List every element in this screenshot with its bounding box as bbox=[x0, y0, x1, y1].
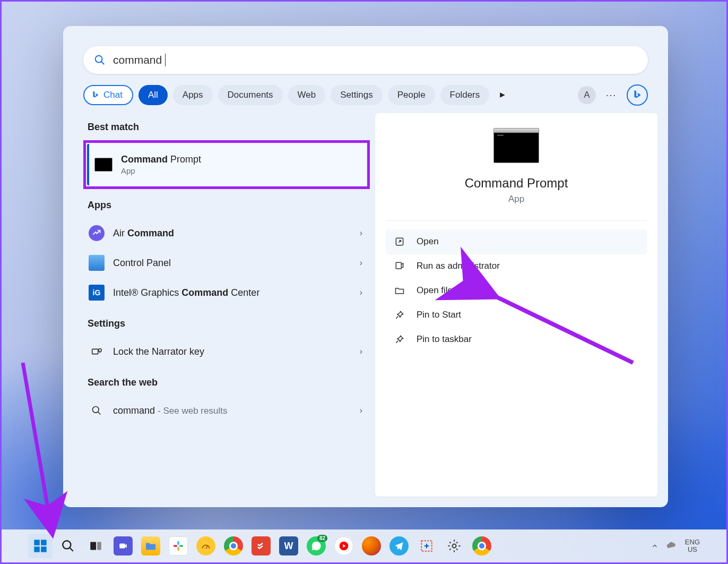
filter-people[interactable]: People bbox=[388, 85, 435, 105]
folder-icon bbox=[145, 541, 157, 551]
taskbar-chat[interactable] bbox=[111, 534, 135, 558]
svg-rect-9 bbox=[41, 540, 47, 545]
taskbar-youtube[interactable] bbox=[332, 534, 356, 558]
filter-apps[interactable]: Apps bbox=[173, 85, 213, 105]
svg-rect-7 bbox=[396, 262, 401, 269]
taskbar-chrome[interactable] bbox=[221, 534, 246, 558]
pin-icon bbox=[394, 310, 407, 320]
taskbar-slack[interactable] bbox=[166, 534, 190, 558]
search-query-text: command bbox=[113, 54, 162, 66]
taskbar-search[interactable] bbox=[56, 534, 80, 558]
preview-subtitle: App bbox=[386, 194, 647, 204]
svg-line-13 bbox=[70, 548, 73, 551]
svg-line-21 bbox=[206, 546, 207, 549]
filter-documents[interactable]: Documents bbox=[218, 85, 283, 105]
filter-row: Chat All Apps Documents Web Settings Peo… bbox=[63, 83, 668, 107]
narrator-icon bbox=[89, 344, 105, 360]
section-settings: Settings bbox=[88, 318, 370, 329]
taskbar-telegram[interactable] bbox=[387, 534, 411, 558]
result-command-prompt[interactable]: Command Prompt App bbox=[87, 144, 366, 185]
gear-icon bbox=[447, 539, 462, 553]
action-pin-start[interactable]: Pin to Start bbox=[386, 303, 647, 327]
svg-point-4 bbox=[93, 407, 99, 413]
folder-icon bbox=[394, 285, 407, 296]
snip-icon bbox=[420, 539, 434, 553]
filter-web[interactable]: Web bbox=[288, 85, 326, 105]
gauge-icon bbox=[201, 541, 211, 551]
filter-all[interactable]: All bbox=[138, 85, 168, 105]
taskbar-word[interactable]: W bbox=[276, 534, 301, 558]
svg-line-5 bbox=[98, 412, 101, 415]
start-search-panel: command Chat All Apps Documents Web Sett… bbox=[63, 26, 668, 507]
result-title: Lock the Narrator key bbox=[113, 346, 360, 357]
bing-icon bbox=[631, 89, 643, 101]
svg-rect-15 bbox=[97, 542, 101, 550]
task-view[interactable] bbox=[83, 534, 108, 558]
divider bbox=[386, 220, 647, 221]
action-open[interactable]: Open bbox=[386, 229, 647, 254]
preview-title: Command Prompt bbox=[386, 176, 647, 191]
annotation-highlight: Command Prompt App bbox=[83, 140, 370, 189]
preview-pane: Command Prompt App Open Run as administr… bbox=[375, 113, 657, 497]
shield-icon bbox=[394, 261, 407, 271]
result-web-search[interactable]: command - See web results › bbox=[83, 396, 370, 425]
onedrive-icon[interactable] bbox=[666, 540, 678, 552]
bing-chat-button[interactable] bbox=[627, 84, 648, 106]
result-title: Command Prompt bbox=[121, 154, 359, 165]
action-run-admin[interactable]: Run as administrator bbox=[386, 254, 647, 278]
taskbar-settings[interactable] bbox=[442, 534, 466, 558]
taskbar-todoist[interactable] bbox=[249, 534, 273, 558]
language-indicator[interactable]: ENGUS bbox=[685, 539, 700, 553]
svg-line-1 bbox=[101, 62, 105, 65]
result-title: Control Panel bbox=[113, 258, 360, 269]
intel-icon: iG bbox=[89, 285, 105, 301]
more-options[interactable]: ⋯ bbox=[605, 89, 617, 101]
control-panel-icon bbox=[89, 255, 105, 271]
open-icon bbox=[394, 236, 407, 247]
svg-rect-20 bbox=[174, 545, 177, 547]
taskbar-whatsapp[interactable]: 82 bbox=[304, 534, 328, 558]
user-avatar[interactable]: A bbox=[578, 86, 596, 104]
bing-icon bbox=[91, 90, 100, 100]
svg-rect-17 bbox=[177, 541, 179, 545]
chevron-up-icon[interactable] bbox=[651, 542, 658, 550]
result-subtitle: App bbox=[121, 166, 359, 175]
result-title: command - See web results bbox=[113, 405, 360, 416]
search-icon bbox=[89, 403, 105, 418]
filter-chat[interactable]: Chat bbox=[83, 85, 133, 105]
chevron-right-icon: › bbox=[360, 406, 362, 415]
taskview-icon bbox=[89, 539, 102, 553]
taskbar-firefox[interactable] bbox=[359, 534, 384, 558]
chevron-right-icon: › bbox=[360, 347, 362, 356]
text-cursor bbox=[165, 54, 166, 66]
camera-icon bbox=[118, 541, 128, 551]
filter-scroll-right[interactable] bbox=[495, 92, 510, 98]
search-box[interactable]: command bbox=[83, 46, 648, 74]
taskbar-explorer[interactable] bbox=[138, 534, 163, 558]
taskbar-app-1[interactable] bbox=[194, 534, 218, 558]
result-air-command[interactable]: Air Command › bbox=[83, 218, 370, 248]
play-icon bbox=[499, 92, 506, 98]
action-pin-taskbar[interactable]: Pin to taskbar bbox=[386, 327, 647, 352]
filter-settings[interactable]: Settings bbox=[331, 85, 382, 105]
chevron-right-icon: › bbox=[360, 258, 362, 268]
start-button[interactable] bbox=[28, 534, 53, 558]
result-lock-narrator[interactable]: Lock the Narrator key › bbox=[83, 337, 370, 366]
chevron-right-icon: › bbox=[360, 288, 362, 297]
telegram-icon bbox=[394, 541, 404, 551]
result-control-panel[interactable]: Control Panel › bbox=[83, 248, 370, 278]
svg-rect-10 bbox=[34, 546, 40, 552]
svg-rect-19 bbox=[177, 547, 179, 551]
whatsapp-icon bbox=[311, 541, 322, 551]
search-icon bbox=[94, 54, 106, 66]
filter-folders[interactable]: Folders bbox=[440, 85, 490, 105]
taskbar-snip[interactable] bbox=[414, 534, 439, 558]
action-open-location[interactable]: Open file location bbox=[386, 278, 647, 303]
results-column: Best match Command Prompt App Apps Air C… bbox=[83, 113, 370, 497]
taskbar-chrome-2[interactable] bbox=[470, 534, 494, 558]
section-best-match: Best match bbox=[88, 122, 370, 133]
result-intel-graphics[interactable]: iG Intel® Graphics Command Center › bbox=[83, 278, 370, 307]
play-icon bbox=[339, 541, 349, 551]
svg-point-24 bbox=[453, 544, 456, 548]
cmd-icon bbox=[94, 158, 112, 172]
